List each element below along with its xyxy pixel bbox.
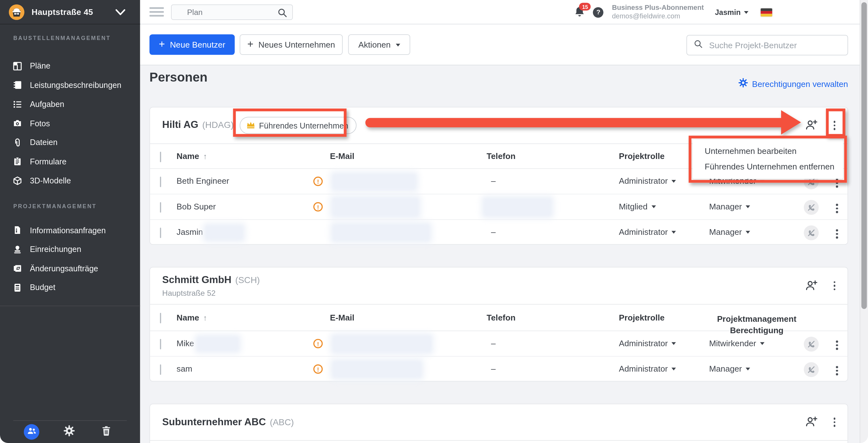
sidebar-item-plaene[interactable]: Pläne: [0, 57, 140, 76]
phone-disabled-icon[interactable]: [804, 337, 819, 352]
hamburger-menu-icon[interactable]: [149, 5, 164, 19]
page-scrollbar[interactable]: [860, 0, 868, 443]
select-all-checkbox[interactable]: [160, 314, 161, 323]
company-name: Subunternehmer ABC(ABC): [162, 416, 294, 428]
pm-permission-dropdown[interactable]: Mitwirkender: [709, 338, 765, 348]
row-checkbox[interactable]: [160, 177, 161, 186]
column-header-role[interactable]: Projektrolle: [619, 313, 664, 322]
new-company-button[interactable]: + Neues Unternehmen: [240, 34, 343, 55]
company-kebab-menu[interactable]: [832, 120, 836, 131]
role-dropdown[interactable]: Mitglied: [619, 202, 656, 211]
sidebar-item-aenderungsauftraege[interactable]: Änderungsaufträge: [0, 259, 140, 278]
column-header-phone[interactable]: Telefon: [487, 151, 516, 160]
column-header-email[interactable]: E-Mail: [330, 313, 354, 322]
sidebar-item-einreichungen[interactable]: Einreichungen: [0, 240, 140, 259]
company-kebab-menu[interactable]: [832, 280, 836, 291]
chevron-down-icon: [746, 205, 750, 208]
add-user-button[interactable]: [805, 118, 817, 132]
submittals-icon: [13, 245, 22, 254]
user-search-input[interactable]: [708, 40, 843, 51]
new-user-button[interactable]: + Neue Benutzer: [149, 34, 235, 55]
help-button[interactable]: ?: [593, 7, 604, 18]
main-area: 15 ? Business Plus-Abonnement demos@fiel…: [140, 0, 868, 443]
row-checkbox[interactable]: [160, 203, 161, 212]
german-flag-icon[interactable]: [761, 8, 772, 16]
manage-permissions-link[interactable]: Berechtigungen verwalten: [738, 78, 848, 89]
sidebar-nav: BAUSTELLENMANAGEMENT Pläne Leistungsbesc…: [0, 24, 140, 306]
role-dropdown[interactable]: Administrator: [619, 176, 676, 186]
row-checkbox[interactable]: [160, 339, 161, 349]
row-kebab-menu[interactable]: [835, 365, 839, 376]
table-header: Name↑ E-Mail Telefon Projektrolle Projek…: [150, 305, 848, 331]
sidebar-item-budget[interactable]: Budget: [0, 278, 140, 297]
role-dropdown[interactable]: Administrator: [619, 227, 676, 236]
user-name: sam: [177, 364, 192, 373]
sidebar-item-leistungsbeschreibungen[interactable]: Leistungsbeschreibungen: [0, 76, 140, 94]
chevron-down-icon: [672, 231, 676, 234]
phone-disabled-icon[interactable]: [804, 200, 819, 215]
role-dropdown[interactable]: Administrator: [619, 364, 676, 373]
search-icon: [277, 8, 287, 20]
menu-item-edit-company[interactable]: Unternehmen bearbeiten: [692, 143, 843, 159]
add-user-button[interactable]: [805, 415, 817, 430]
chevron-down-icon: [115, 8, 126, 18]
role-dropdown[interactable]: Administrator: [619, 338, 676, 348]
company-header: Hilti AG(HDAG) Führendes Unternehmen: [150, 108, 848, 144]
people-button[interactable]: [24, 424, 39, 440]
user-name: Mike: [177, 338, 194, 348]
column-header-email[interactable]: E-Mail: [330, 151, 354, 160]
column-header-name[interactable]: Name↑: [177, 313, 207, 322]
phone-disabled-icon[interactable]: [804, 225, 819, 240]
company-code: (ABC): [270, 418, 294, 427]
row-kebab-menu[interactable]: [835, 203, 839, 214]
sidebar: Hauptstraße 45 BAUSTELLENMANAGEMENT Plän…: [0, 0, 140, 443]
sidebar-item-informationsanfragen[interactable]: Informationsanfragen: [0, 220, 140, 240]
phone-disabled-icon[interactable]: [804, 362, 819, 377]
blurred-email: [333, 174, 416, 189]
sort-up-icon: ↑: [203, 151, 207, 160]
scrollbar-thumb[interactable]: [861, 2, 867, 309]
plan-search-input[interactable]: [186, 7, 269, 17]
plus-icon: +: [159, 39, 165, 49]
select-all-checkbox[interactable]: [160, 152, 161, 162]
pm-permission-dropdown[interactable]: Manager: [709, 364, 750, 373]
blurred-email: [333, 335, 431, 352]
files-icon: [13, 138, 22, 147]
row-kebab-menu[interactable]: [835, 339, 839, 351]
sidebar-item-formulare[interactable]: Formulare: [0, 152, 140, 171]
column-header-role[interactable]: Projektrolle: [619, 151, 664, 160]
sidebar-item-aufgaben[interactable]: Aufgaben: [0, 94, 140, 114]
actions-dropdown-button[interactable]: Aktionen: [348, 34, 410, 55]
topbar-right: 15 ? Business Plus-Abonnement demos@fiel…: [574, 0, 772, 24]
user-menu[interactable]: Jasmin: [715, 8, 748, 16]
gear-icon: [738, 78, 748, 89]
row-kebab-menu[interactable]: [835, 228, 839, 240]
row-kebab-menu[interactable]: [835, 177, 839, 188]
column-header-name[interactable]: Name↑: [177, 151, 207, 160]
project-switcher[interactable]: Hauptstraße 45: [0, 0, 140, 24]
chevron-down-icon: [672, 368, 676, 371]
trash-button[interactable]: [99, 424, 114, 440]
chevron-down-icon: [746, 368, 750, 371]
project-name: Hauptstraße 45: [31, 7, 93, 17]
column-header-phone[interactable]: Telefon: [487, 313, 516, 322]
pm-permission-dropdown[interactable]: Manager: [709, 202, 750, 211]
notifications-button[interactable]: 15: [574, 5, 586, 19]
user-name: Bob Super: [177, 202, 216, 211]
pm-permission-dropdown[interactable]: Manager: [709, 227, 750, 236]
phone-value: –: [491, 364, 496, 373]
sidebar-item-fotos[interactable]: Fotos: [0, 114, 140, 133]
sidebar-item-dateien[interactable]: Dateien: [0, 133, 140, 152]
settings-button[interactable]: [62, 424, 77, 440]
table-row: Mike ! – Administrator Mitwirkender: [150, 331, 848, 356]
phone-value: –: [491, 227, 496, 236]
add-user-button[interactable]: [805, 279, 817, 293]
company-name: Schmitt GmbH(SCH): [162, 274, 260, 286]
row-checkbox[interactable]: [160, 228, 161, 238]
row-checkbox[interactable]: [160, 365, 161, 375]
sidebar-divider: [0, 305, 140, 306]
company-kebab-menu[interactable]: [832, 417, 836, 428]
warning-icon: !: [313, 177, 323, 186]
sidebar-item-3d-modelle[interactable]: 3D-Modelle: [0, 171, 140, 190]
menu-item-remove-leading-company[interactable]: Führendes Unternehmen entfernen: [692, 159, 843, 175]
